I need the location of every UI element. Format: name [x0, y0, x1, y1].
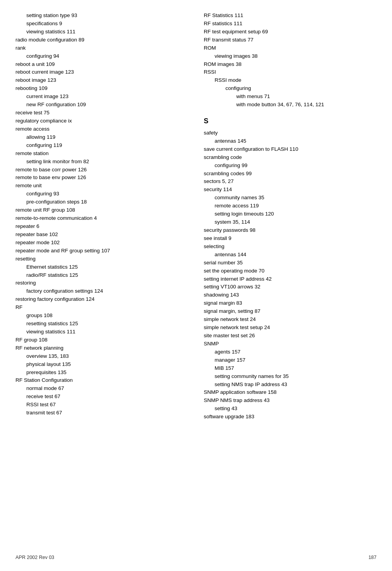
index-entry: RF statistics 111: [204, 20, 377, 28]
index-entry: repeater mode 102: [15, 239, 188, 247]
index-entry: prerequisites 135: [15, 369, 188, 377]
footer-right: 187: [368, 555, 377, 560]
index-entry: RF Station Configuration: [15, 376, 188, 385]
index-entry: setting station type 93: [15, 12, 188, 20]
index-entry: system 35, 114: [204, 218, 377, 226]
index-entry: setting login timeouts 120: [204, 210, 377, 218]
index-entry: remote-to-remote communication 4: [15, 214, 188, 223]
index-entry: new RF configuration 109: [15, 101, 188, 109]
index-entry: repeater mode and RF group setting 107: [15, 247, 188, 255]
index-entry: selecting: [204, 243, 377, 251]
index-entry: normal mode 67: [15, 385, 188, 393]
index-entry: RF Statistics 111: [204, 12, 377, 20]
index-entry: allowing 119: [15, 133, 188, 141]
index-entry: MIB 157: [204, 364, 377, 373]
section-letter-s: S: [204, 116, 377, 127]
index-entry: SNMP NMS trap address 43: [204, 397, 377, 405]
index-entry: receive test 67: [15, 393, 188, 401]
index-entry: antennas 145: [204, 137, 377, 145]
index-entry: ROM: [204, 44, 377, 52]
index-entry: rank: [15, 44, 188, 52]
index-entry: configuring 99: [204, 162, 377, 170]
index-entry: security 114: [204, 186, 377, 194]
index-entry: antennas 144: [204, 251, 377, 259]
index-entry: RF network planning: [15, 344, 188, 352]
index-entry: pre-configuration steps 18: [15, 198, 188, 206]
index-entry: setting NMS trap IP address 43: [204, 381, 377, 389]
index-entry: scrambling codes 99: [204, 170, 377, 178]
index-entry: receive test 75: [15, 109, 188, 117]
index-entry: scrambling code: [204, 154, 377, 162]
index-entry: repeater 6: [15, 223, 188, 231]
index-entry: safety: [204, 129, 377, 137]
index-entry: restoring: [15, 279, 188, 287]
index-entry: with menus 71: [204, 93, 377, 101]
index-entry: reboot current image 123: [15, 68, 188, 76]
index-entry: SNMP application software 158: [204, 388, 377, 397]
footer: APR 2002 Rev 03 187: [15, 555, 377, 560]
index-entry: ROM images 38: [204, 60, 377, 69]
index-entry: Ethernet statistics 125: [15, 263, 188, 271]
index-entry: remote unit RF group 108: [15, 206, 188, 214]
page-content: setting station type 93specifications 9v…: [15, 12, 377, 421]
index-entry: configuring 93: [15, 190, 188, 198]
index-entry: signal margin, setting 87: [204, 307, 377, 316]
index-entry: factory configuration settings 124: [15, 287, 188, 295]
footer-left: APR 2002 Rev 03: [15, 555, 54, 560]
index-entry: restoring factory configuration 124: [15, 295, 188, 304]
index-entry: setting community names for 35: [204, 373, 377, 381]
index-entry: viewing images 38: [204, 52, 377, 60]
index-entry: rebooting 109: [15, 85, 188, 93]
index-entry: RF: [15, 304, 188, 312]
index-entry: sectors 5, 27: [204, 178, 377, 186]
index-entry: RSSI test 67: [15, 401, 188, 409]
index-entry: configuring 119: [15, 141, 188, 150]
index-entry: RSSI mode: [204, 76, 377, 85]
index-entry: site master test set 26: [204, 332, 377, 340]
index-entry: remote unit: [15, 182, 188, 190]
index-entry: viewing statistics 111: [15, 328, 188, 336]
index-entry: regulatory compliance ix: [15, 117, 188, 125]
index-entry: setting link monitor from 82: [15, 158, 188, 166]
index-entry: SNMP: [204, 340, 377, 348]
index-entry: configuring 94: [15, 52, 188, 60]
index-entry: configuring: [204, 85, 377, 93]
index-entry: radio module configuration 89: [15, 36, 188, 44]
index-entry: repeater base 102: [15, 231, 188, 239]
index-entry: groups 108: [15, 312, 188, 320]
index-entry: software upgrade 183: [204, 413, 377, 421]
index-entry: simple network test setup 24: [204, 324, 377, 332]
index-entry: see install 9: [204, 235, 377, 243]
right-column: RF Statistics 111RF statistics 111RF tes…: [204, 12, 377, 421]
index-entry: remote to base corr power 126: [15, 166, 188, 174]
index-entry: transmit test 67: [15, 409, 188, 417]
index-entry: simple network test 24: [204, 316, 377, 324]
index-entry: signal margin 83: [204, 299, 377, 307]
index-entry: serial number 35: [204, 259, 377, 267]
index-entry: radio/RF statistics 125: [15, 271, 188, 279]
index-entry: save current configuration to FLASH 110: [204, 145, 377, 154]
index-entry: RF transmit status 77: [204, 36, 377, 44]
index-entry: remote access 119: [204, 202, 377, 210]
index-entry: RSSI: [204, 68, 377, 76]
index-entry: remote access: [15, 125, 188, 133]
index-entry: setting internet IP address 42: [204, 275, 377, 283]
index-entry: viewing statistics 111: [15, 28, 188, 36]
index-entry: resetting statistics 125: [15, 320, 188, 328]
index-entry: reboot a unit 109: [15, 60, 188, 69]
index-entry: setting 43: [204, 405, 377, 413]
index-entry: agents 157: [204, 348, 377, 356]
left-column: setting station type 93specifications 9v…: [15, 12, 188, 421]
index-entry: remote to base env power 126: [15, 174, 188, 182]
index-entry: set the operating mode 70: [204, 267, 377, 275]
index-entry: current image 123: [15, 93, 188, 101]
index-entry: physical layout 135: [15, 361, 188, 369]
index-entry: remote station: [15, 150, 188, 158]
index-entry: resetting: [15, 255, 188, 263]
index-entry: overview 135, 183: [15, 352, 188, 361]
index-entry: specifications 9: [15, 20, 188, 28]
index-entry: shadowing 143: [204, 291, 377, 299]
index-entry: RF group 108: [15, 336, 188, 344]
index-entry: security passwords 98: [204, 226, 377, 235]
index-entry: reboot image 123: [15, 76, 188, 85]
